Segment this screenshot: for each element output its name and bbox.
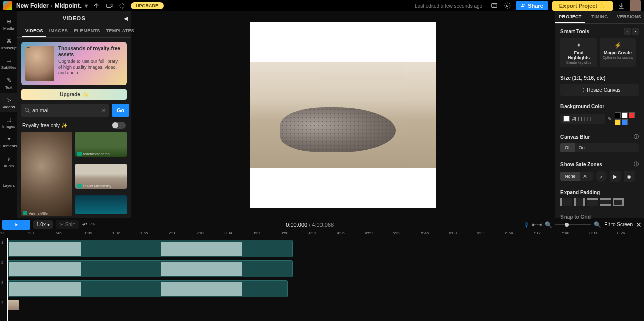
tab-timing[interactable]: TIMING [585, 11, 615, 23]
rail-videos[interactable]: ▷Videos [0, 93, 17, 112]
smart-tools-label: Smart Tools [560, 29, 589, 34]
export-button[interactable]: Export Project ✨ [552, 1, 613, 11]
tab-images[interactable]: IMAGES [46, 25, 71, 37]
rail-transcript[interactable]: ⌘Transcript [0, 34, 17, 53]
tab-versions[interactable]: VERSIONS [614, 11, 644, 23]
swatch-red[interactable] [629, 112, 635, 118]
comments-icon[interactable] [490, 1, 499, 10]
breadcrumb-folder[interactable]: New Folder [16, 2, 49, 9]
youtube-icon[interactable]: ▶ [610, 171, 621, 182]
promo-subtitle: Upgrade to use our full library of high … [58, 59, 123, 76]
sparkle-icon: ✦ [562, 42, 595, 49]
upgrade-button[interactable]: Upgrade ✨ [21, 89, 127, 100]
video-thumbnail[interactable] [75, 195, 127, 214]
timeline-tracks[interactable]: 1 2 3 4 [0, 238, 644, 321]
tiktok-icon[interactable]: ♪ [596, 171, 607, 182]
magic-create-card[interactable]: ⚡Magic CreateOptimize for socials [600, 38, 636, 67]
pad-horizontal-button[interactable] [574, 198, 585, 206]
tools-prev-icon[interactable]: ‹ [624, 28, 631, 35]
royalty-free-toggle[interactable] [112, 122, 126, 129]
magnet-icon[interactable]: ⚲ [524, 221, 529, 228]
zoom-slider[interactable] [555, 224, 591, 225]
share-button[interactable]: Share [516, 1, 548, 10]
credit-text: federicomaderno [83, 152, 110, 156]
settings-icon[interactable] [503, 1, 512, 10]
pad-vertical-button[interactable] [600, 198, 611, 206]
rail-subtitles[interactable]: ▭Subtitles [0, 53, 17, 73]
video-thumbnail[interactable]: Valeria Miller [21, 132, 72, 216]
undo-icon[interactable]: ↶ [82, 221, 87, 228]
play-button[interactable] [2, 220, 30, 230]
breadcrumb-project[interactable]: Midpoint. [55, 2, 82, 9]
collapse-panel-icon[interactable]: ◀ [124, 15, 128, 22]
playhead[interactable] [7, 238, 8, 321]
info-icon[interactable]: ⓘ [634, 133, 639, 140]
video-thumbnail[interactable]: federicomaderno [75, 132, 127, 157]
topbar: New Folder › Midpoint. ▾ UPGRADE Last ed… [0, 0, 644, 11]
rail-audio[interactable]: ♪Audio [0, 151, 17, 171]
go-button[interactable]: Go [112, 104, 129, 117]
app-logo[interactable] [3, 1, 12, 10]
trim-icon[interactable]: ⇤⇥ [532, 221, 542, 228]
audio-clip[interactable] [7, 260, 293, 277]
record-icon[interactable] [105, 1, 114, 10]
swatch-blue[interactable] [622, 119, 628, 125]
safezone-all-button[interactable]: All [580, 172, 593, 181]
bg-color-label: Background Color [560, 104, 604, 109]
user-avatar[interactable] [630, 0, 641, 11]
upgrade-badge[interactable]: UPGRADE [131, 2, 164, 9]
redo-icon[interactable]: ↷ [90, 221, 95, 228]
audio-clip[interactable] [7, 280, 288, 297]
resize-icon: ⛶ [579, 87, 584, 93]
canvas-video-frame [250, 62, 436, 168]
padding-label: Expand Padding [560, 190, 600, 195]
clear-search-icon[interactable]: ✕ [102, 108, 106, 113]
sparkle-icon[interactable] [118, 1, 127, 10]
rail-layers[interactable]: ≣Layers [0, 171, 17, 191]
tab-project[interactable]: PROJECT [555, 11, 585, 23]
breadcrumb-separator: › [51, 2, 53, 9]
rail-images[interactable]: ▢Images [0, 112, 17, 132]
zoom-in-icon[interactable]: 🔍 [594, 221, 601, 228]
tab-elements[interactable]: ELEMENTS [71, 25, 103, 37]
chevron-down-icon: ▾ [47, 222, 50, 227]
pad-top-button[interactable] [587, 198, 598, 206]
upload-icon[interactable] [92, 1, 101, 10]
tab-videos[interactable]: VIDEOS [22, 25, 46, 37]
timeline-ruler[interactable]: :0:23:461:091:321:552:182:413:043:273:50… [0, 231, 644, 238]
swatch-white[interactable] [622, 112, 628, 118]
playback-speed[interactable]: 1.0x▾ [33, 220, 53, 229]
rail-media[interactable]: ⊕Media [0, 14, 17, 34]
blur-on-button[interactable]: On [575, 143, 589, 152]
canvas-blur-label: Canvas Blur [560, 134, 590, 140]
info-icon[interactable]: ⓘ [634, 160, 639, 168]
search-input[interactable] [32, 107, 102, 113]
blur-off-button[interactable]: Off [560, 143, 575, 152]
resize-canvas-button[interactable]: ⛶Resize Canvas [560, 84, 639, 96]
bg-color-input[interactable]: #FFFFFF [560, 114, 605, 124]
chevron-down-icon[interactable]: ▾ [85, 2, 88, 9]
zoom-out-icon[interactable]: 🔍 [545, 221, 552, 228]
canvas[interactable] [250, 22, 436, 208]
rail-elements[interactable]: ✦Elements [0, 132, 17, 151]
video-clip[interactable] [7, 300, 19, 310]
tab-templates[interactable]: TEMPLATES [103, 25, 138, 37]
download-icon[interactable] [617, 1, 626, 10]
eyedropper-icon[interactable]: ✎ [608, 116, 612, 122]
rail-text[interactable]: ✎Text [0, 73, 17, 93]
find-highlights-card[interactable]: ✦Find HighlightsCreate key clips [560, 38, 597, 67]
swatch-yellow[interactable] [615, 119, 621, 125]
swatch-black[interactable] [615, 112, 621, 118]
split-button[interactable]: ✂ Split [56, 220, 79, 229]
audio-clip[interactable] [7, 240, 293, 257]
instagram-icon[interactable]: ◉ [624, 171, 635, 182]
tools-next-icon[interactable]: › [632, 28, 639, 35]
breadcrumb: New Folder › Midpoint. ▾ [16, 2, 88, 9]
left-rail: ⊕Media ⌘Transcript ▭Subtitles ✎Text ▷Vid… [0, 11, 17, 218]
videos-panel: VIDEOS VIDEOS IMAGES ELEMENTS TEMPLATES … [17, 11, 131, 218]
pad-left-button[interactable] [560, 198, 572, 206]
video-thumbnail[interactable]: Ruvim Miksanskiy [75, 164, 127, 189]
pad-all-button[interactable] [613, 198, 624, 206]
safezone-none-button[interactable]: None [560, 172, 580, 181]
upgrade-promo: Thousands of royalty-free assets Upgrade… [21, 42, 127, 85]
